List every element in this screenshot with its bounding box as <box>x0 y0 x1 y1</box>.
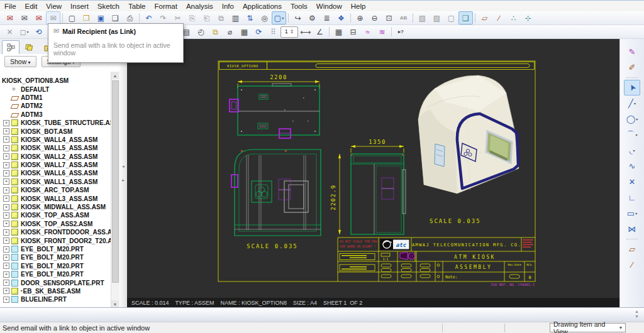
tree-item[interactable]: ADTM2 <box>0 102 111 110</box>
rect-tool-icon[interactable]: ▭ <box>624 205 640 221</box>
tree-expander[interactable] <box>3 263 9 269</box>
fillet-tool-icon[interactable]: ◟ <box>624 143 640 158</box>
model-player-icon[interactable]: ⚙ <box>305 11 319 25</box>
tree-scrollbar[interactable]: ▲ ▼ <box>111 72 119 308</box>
print-icon[interactable]: ⎙ <box>123 11 137 25</box>
angle-dimension-icon[interactable]: ∠ <box>313 25 327 38</box>
chamfer-tool-icon[interactable]: ∟ <box>624 190 640 205</box>
tree-item[interactable]: KIOSK_WALL2_ASS.ASM <box>0 153 111 161</box>
tree-item[interactable]: EYE_BOLT_M20.PRT <box>0 262 111 270</box>
point-tool-icon[interactable]: ✕ <box>624 174 640 190</box>
tree-expander[interactable] <box>3 145 9 151</box>
tree-item[interactable]: KIOSK_WALL1_ASS.ASM <box>0 178 111 186</box>
save-icon[interactable]: ▣ <box>94 11 108 25</box>
toolbar-icon[interactable] <box>473 12 477 24</box>
tree-expander[interactable] <box>3 170 9 177</box>
open-rep-icon[interactable]: ⧉ <box>208 25 223 38</box>
tree-item[interactable]: KIOSK_WALL3_ASS.ASM <box>0 194 111 202</box>
top-view[interactable]: 2200 <box>230 74 319 138</box>
drawing-models-icon[interactable]: ◴ <box>194 25 208 38</box>
tree-item[interactable]: ADTM3 <box>0 111 111 119</box>
toolbar-icon[interactable] <box>327 26 331 38</box>
tree-expander[interactable] <box>3 288 9 294</box>
tree-item[interactable]: KIOSK_BOT.ASM <box>0 127 111 135</box>
toolbar-icon[interactable] <box>625 75 640 80</box>
tree-expander[interactable] <box>3 212 9 219</box>
menu-item[interactable]: Format <box>150 3 182 10</box>
tree-item[interactable]: EB_SK_BASE.ASM <box>0 287 111 295</box>
ordinate-dim-icon[interactable]: ⊟ <box>346 25 360 38</box>
menu-item[interactable]: Table <box>124 3 150 10</box>
toolbar-icon[interactable] <box>389 26 394 38</box>
tree-expander[interactable] <box>3 246 9 253</box>
tree-expander[interactable] <box>3 297 9 303</box>
context-help-icon[interactable]: ▸? <box>394 25 408 38</box>
no-hidden-icon[interactable]: ▢ <box>444 11 458 25</box>
table-icon[interactable]: ▦ <box>237 25 252 38</box>
paste-icon[interactable]: ⎗ <box>199 11 214 25</box>
model-tree-toggle-icon[interactable]: ⇅ <box>243 11 257 25</box>
tree-item[interactable]: EYE_BOLT_M20.PRT <box>0 270 111 278</box>
send-pdf-icon[interactable]: ✉ <box>31 11 46 25</box>
tree-item[interactable]: KIOSK_FRONTDDOOR_ASS.ASM <box>0 228 111 236</box>
repeat-region-icon[interactable]: ⠿ <box>266 25 280 38</box>
tree-item[interactable]: KIOSK_TOP_ASS.ASM <box>0 211 111 219</box>
tab-model-tree[interactable] <box>2 40 19 54</box>
tree-expander[interactable] <box>3 229 9 236</box>
note-display-icon[interactable]: AB <box>396 11 411 25</box>
tree-item[interactable]: EYE_BOLT_M20.PRT <box>0 253 111 261</box>
sketch-curve-icon[interactable]: ≋ <box>375 25 389 38</box>
panel-sash[interactable]: ◂ ▸ <box>119 39 127 308</box>
tree-item[interactable]: KIOSK_MIDWALL_ASS.ASM <box>0 203 111 211</box>
send-model-icon[interactable]: ✉ <box>17 11 31 25</box>
tree-item[interactable]: BLUELINE.PRT <box>0 295 111 303</box>
wireframe-icon[interactable]: ▧ <box>415 11 430 25</box>
zoom-window-icon[interactable]: ⊡ <box>382 11 396 25</box>
tree-item[interactable]: KIOSK_WALL6_ASS.ASM <box>0 169 111 177</box>
menu-item[interactable]: File <box>0 3 21 10</box>
send-drawing-icon[interactable]: ✉ <box>3 11 17 25</box>
tree-expander[interactable] <box>3 271 9 278</box>
menu-item[interactable]: Help <box>347 3 370 10</box>
drawing-canvas[interactable]: KIOSK_OPTION8 2200 <box>127 39 619 307</box>
spline-edit-icon[interactable]: ≈ <box>360 25 375 38</box>
select-arrow-icon[interactable]: ➤ <box>624 80 640 96</box>
csys-display-icon[interactable]: ⊹ <box>521 11 535 25</box>
spline-tool-icon[interactable]: ∿ <box>624 158 640 174</box>
delete-icon[interactable]: ✕ <box>3 25 17 38</box>
new-icon[interactable]: ▢ <box>65 11 79 25</box>
tree-item[interactable]: ADTM1 <box>0 94 111 102</box>
tab-layers[interactable] <box>21 40 38 54</box>
tree-item[interactable]: KIOSK_WALL5_ASS.ASM <box>0 144 111 152</box>
shaded-view[interactable]: SCALE 0.035 <box>418 75 519 224</box>
scroll-thumb[interactable] <box>112 80 119 283</box>
scroll-up-icon[interactable]: ▲ <box>111 72 119 79</box>
table-grid-icon[interactable]: ▦ <box>331 25 346 38</box>
mail-recipient-icon[interactable]: ✉ <box>46 11 60 25</box>
tree-item[interactable]: DEFAULT <box>0 85 111 93</box>
line-tool-icon[interactable]: ╱ <box>624 96 640 111</box>
update-tables-icon[interactable]: ⟳ <box>252 25 266 38</box>
datum-axes-icon[interactable]: ∕ <box>492 11 506 25</box>
select-box-icon[interactable]: ▢ <box>272 11 286 25</box>
menu-item[interactable]: Tools <box>286 3 312 10</box>
datum-planes-icon[interactable]: ▱ <box>477 11 492 25</box>
select-filter-icon[interactable]: ◻ <box>17 25 31 38</box>
sketcher-prefs-icon[interactable]: ✎ <box>624 44 640 60</box>
section-icon[interactable]: ⌀ <box>223 25 237 38</box>
dim-tool-icon[interactable]: ✐ <box>624 60 640 75</box>
tree-item[interactable]: KIOSK_WALL7_ASS.ASM <box>0 161 111 169</box>
arc-tool-icon[interactable]: ⌒ <box>624 127 640 143</box>
tree-expander[interactable] <box>3 136 9 143</box>
tree-expander[interactable] <box>3 221 9 227</box>
side-view[interactable]: 1350 2202.9 <box>330 139 406 234</box>
toolbar-icon[interactable] <box>625 237 640 241</box>
tree-expander[interactable] <box>3 120 9 126</box>
tree-item[interactable]: KIOSK_TOP_ASS2.ASM <box>0 220 111 228</box>
tree-expander[interactable] <box>3 187 9 194</box>
tree-expander[interactable] <box>3 178 9 185</box>
tree-item[interactable]: KIOSK_WALL4_ASS.ASM <box>0 136 111 144</box>
copy-icon[interactable]: ⎘ <box>185 11 199 25</box>
tree-item[interactable]: KIOSK_FRONT_DOOR2_T20.ASM <box>0 236 111 244</box>
tree-item[interactable]: KIOSK_TUBE_STRUCTURE.ASM <box>0 119 111 127</box>
